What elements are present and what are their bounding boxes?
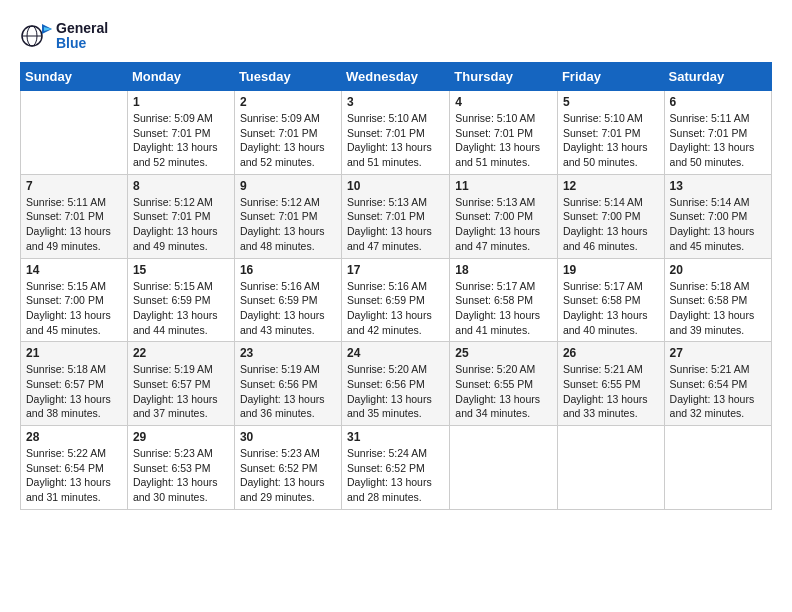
day-number: 17 (347, 263, 444, 277)
day-number: 16 (240, 263, 336, 277)
day-number: 10 (347, 179, 444, 193)
day-number: 25 (455, 346, 552, 360)
day-info: Sunrise: 5:09 AMSunset: 7:01 PMDaylight:… (240, 111, 336, 170)
day-info: Sunrise: 5:20 AMSunset: 6:55 PMDaylight:… (455, 362, 552, 421)
day-number: 4 (455, 95, 552, 109)
day-info: Sunrise: 5:21 AMSunset: 6:54 PMDaylight:… (670, 362, 766, 421)
day-info: Sunrise: 5:17 AMSunset: 6:58 PMDaylight:… (455, 279, 552, 338)
calendar-cell: 19Sunrise: 5:17 AMSunset: 6:58 PMDayligh… (557, 258, 664, 342)
calendar-cell: 4Sunrise: 5:10 AMSunset: 7:01 PMDaylight… (450, 91, 558, 175)
calendar-cell: 11Sunrise: 5:13 AMSunset: 7:00 PMDayligh… (450, 174, 558, 258)
calendar-cell: 26Sunrise: 5:21 AMSunset: 6:55 PMDayligh… (557, 342, 664, 426)
day-number: 18 (455, 263, 552, 277)
logo-svg (20, 20, 52, 52)
day-info: Sunrise: 5:16 AMSunset: 6:59 PMDaylight:… (347, 279, 444, 338)
calendar-header-sunday: Sunday (21, 63, 128, 91)
calendar-cell (450, 426, 558, 510)
calendar-cell: 30Sunrise: 5:23 AMSunset: 6:52 PMDayligh… (234, 426, 341, 510)
calendar-week-4: 21Sunrise: 5:18 AMSunset: 6:57 PMDayligh… (21, 342, 772, 426)
calendar-week-1: 1Sunrise: 5:09 AMSunset: 7:01 PMDaylight… (21, 91, 772, 175)
calendar-cell: 22Sunrise: 5:19 AMSunset: 6:57 PMDayligh… (127, 342, 234, 426)
day-info: Sunrise: 5:12 AMSunset: 7:01 PMDaylight:… (240, 195, 336, 254)
day-number: 28 (26, 430, 122, 444)
day-info: Sunrise: 5:15 AMSunset: 6:59 PMDaylight:… (133, 279, 229, 338)
day-number: 30 (240, 430, 336, 444)
calendar-cell: 3Sunrise: 5:10 AMSunset: 7:01 PMDaylight… (342, 91, 450, 175)
day-number: 14 (26, 263, 122, 277)
calendar-header-row: SundayMondayTuesdayWednesdayThursdayFrid… (21, 63, 772, 91)
day-number: 20 (670, 263, 766, 277)
calendar-cell: 20Sunrise: 5:18 AMSunset: 6:58 PMDayligh… (664, 258, 771, 342)
day-info: Sunrise: 5:12 AMSunset: 7:01 PMDaylight:… (133, 195, 229, 254)
day-info: Sunrise: 5:10 AMSunset: 7:01 PMDaylight:… (455, 111, 552, 170)
day-info: Sunrise: 5:17 AMSunset: 6:58 PMDaylight:… (563, 279, 659, 338)
calendar-cell: 28Sunrise: 5:22 AMSunset: 6:54 PMDayligh… (21, 426, 128, 510)
calendar-cell: 18Sunrise: 5:17 AMSunset: 6:58 PMDayligh… (450, 258, 558, 342)
calendar-cell: 23Sunrise: 5:19 AMSunset: 6:56 PMDayligh… (234, 342, 341, 426)
calendar-cell: 2Sunrise: 5:09 AMSunset: 7:01 PMDaylight… (234, 91, 341, 175)
day-number: 15 (133, 263, 229, 277)
calendar-cell: 27Sunrise: 5:21 AMSunset: 6:54 PMDayligh… (664, 342, 771, 426)
day-info: Sunrise: 5:14 AMSunset: 7:00 PMDaylight:… (670, 195, 766, 254)
day-info: Sunrise: 5:18 AMSunset: 6:57 PMDaylight:… (26, 362, 122, 421)
day-info: Sunrise: 5:22 AMSunset: 6:54 PMDaylight:… (26, 446, 122, 505)
logo-general: General (56, 21, 108, 36)
day-number: 26 (563, 346, 659, 360)
day-info: Sunrise: 5:09 AMSunset: 7:01 PMDaylight:… (133, 111, 229, 170)
day-info: Sunrise: 5:11 AMSunset: 7:01 PMDaylight:… (26, 195, 122, 254)
calendar-header-friday: Friday (557, 63, 664, 91)
day-number: 7 (26, 179, 122, 193)
calendar-week-5: 28Sunrise: 5:22 AMSunset: 6:54 PMDayligh… (21, 426, 772, 510)
day-info: Sunrise: 5:23 AMSunset: 6:52 PMDaylight:… (240, 446, 336, 505)
day-info: Sunrise: 5:13 AMSunset: 7:01 PMDaylight:… (347, 195, 444, 254)
day-info: Sunrise: 5:11 AMSunset: 7:01 PMDaylight:… (670, 111, 766, 170)
day-number: 24 (347, 346, 444, 360)
logo: General Blue (20, 20, 108, 52)
day-info: Sunrise: 5:10 AMSunset: 7:01 PMDaylight:… (563, 111, 659, 170)
calendar-cell: 29Sunrise: 5:23 AMSunset: 6:53 PMDayligh… (127, 426, 234, 510)
calendar-header-tuesday: Tuesday (234, 63, 341, 91)
calendar-week-2: 7Sunrise: 5:11 AMSunset: 7:01 PMDaylight… (21, 174, 772, 258)
day-number: 13 (670, 179, 766, 193)
day-info: Sunrise: 5:14 AMSunset: 7:00 PMDaylight:… (563, 195, 659, 254)
day-number: 1 (133, 95, 229, 109)
day-number: 22 (133, 346, 229, 360)
calendar-cell: 9Sunrise: 5:12 AMSunset: 7:01 PMDaylight… (234, 174, 341, 258)
day-number: 19 (563, 263, 659, 277)
calendar-cell: 21Sunrise: 5:18 AMSunset: 6:57 PMDayligh… (21, 342, 128, 426)
day-number: 5 (563, 95, 659, 109)
day-info: Sunrise: 5:23 AMSunset: 6:53 PMDaylight:… (133, 446, 229, 505)
day-number: 9 (240, 179, 336, 193)
calendar-week-3: 14Sunrise: 5:15 AMSunset: 7:00 PMDayligh… (21, 258, 772, 342)
calendar-cell: 14Sunrise: 5:15 AMSunset: 7:00 PMDayligh… (21, 258, 128, 342)
day-number: 12 (563, 179, 659, 193)
day-info: Sunrise: 5:10 AMSunset: 7:01 PMDaylight:… (347, 111, 444, 170)
calendar-cell: 16Sunrise: 5:16 AMSunset: 6:59 PMDayligh… (234, 258, 341, 342)
day-number: 23 (240, 346, 336, 360)
calendar-cell: 15Sunrise: 5:15 AMSunset: 6:59 PMDayligh… (127, 258, 234, 342)
day-info: Sunrise: 5:19 AMSunset: 6:56 PMDaylight:… (240, 362, 336, 421)
day-info: Sunrise: 5:20 AMSunset: 6:56 PMDaylight:… (347, 362, 444, 421)
calendar-cell (21, 91, 128, 175)
calendar-cell: 17Sunrise: 5:16 AMSunset: 6:59 PMDayligh… (342, 258, 450, 342)
calendar-cell: 31Sunrise: 5:24 AMSunset: 6:52 PMDayligh… (342, 426, 450, 510)
calendar-cell (664, 426, 771, 510)
day-number: 29 (133, 430, 229, 444)
calendar-table: SundayMondayTuesdayWednesdayThursdayFrid… (20, 62, 772, 510)
day-number: 27 (670, 346, 766, 360)
day-info: Sunrise: 5:15 AMSunset: 7:00 PMDaylight:… (26, 279, 122, 338)
calendar-cell: 8Sunrise: 5:12 AMSunset: 7:01 PMDaylight… (127, 174, 234, 258)
calendar-cell: 6Sunrise: 5:11 AMSunset: 7:01 PMDaylight… (664, 91, 771, 175)
calendar-cell: 24Sunrise: 5:20 AMSunset: 6:56 PMDayligh… (342, 342, 450, 426)
day-number: 11 (455, 179, 552, 193)
day-info: Sunrise: 5:24 AMSunset: 6:52 PMDaylight:… (347, 446, 444, 505)
calendar-cell: 25Sunrise: 5:20 AMSunset: 6:55 PMDayligh… (450, 342, 558, 426)
day-number: 3 (347, 95, 444, 109)
day-number: 8 (133, 179, 229, 193)
logo-blue: Blue (56, 36, 108, 51)
day-number: 21 (26, 346, 122, 360)
calendar-cell: 7Sunrise: 5:11 AMSunset: 7:01 PMDaylight… (21, 174, 128, 258)
calendar-cell (557, 426, 664, 510)
calendar-header-wednesday: Wednesday (342, 63, 450, 91)
calendar-cell: 13Sunrise: 5:14 AMSunset: 7:00 PMDayligh… (664, 174, 771, 258)
